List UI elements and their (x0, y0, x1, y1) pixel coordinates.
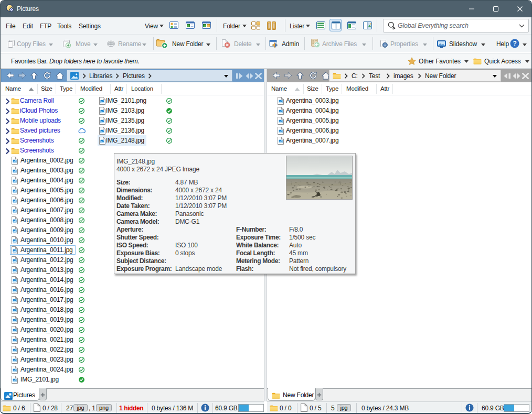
svg-text:?: ? (513, 40, 516, 47)
